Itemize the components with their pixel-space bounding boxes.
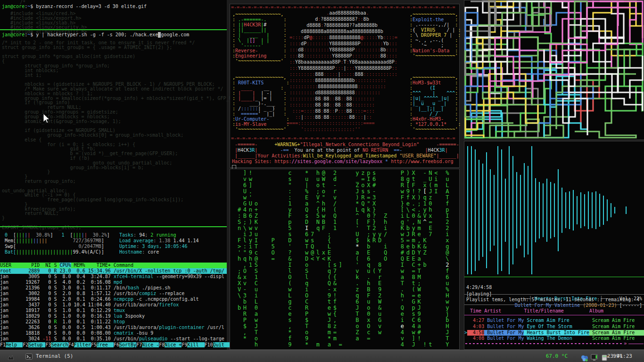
taskbar-window-label: Terminal (5) [36,350,73,362]
playlist-header-underline [464,315,644,315]
visualizer-bar [516,172,517,248]
table-row[interactable]: jan 19267 0 S 4.0 0.2 0:16.08 mpd [0,280,227,285]
htop-header-row[interactable]: USER PID NI S CPU% MEM% TIME+ Command [0,263,227,268]
visualizer-bar [580,192,581,228]
htop-function-keys[interactable]: F1Help F2Setup F3SearchF4FilterF5Tree F6… [0,342,227,348]
visualizer-bar [467,146,468,274]
desktop: /* jan@core:~$ byzanz-record --delay=3 -… [0,0,644,362]
table-row[interactable]: jan 3024 -11 S 0.0 0.1 0:35.10 /usr/bin/… [0,336,227,342]
table-row[interactable]: jan 3437 0 S 1.0 10.4 11:04.40 /usr/lib/… [0,302,227,308]
dashed-border-top: =-=-=-=-=-=-=-=-=-=-=-=-=-=-=-=-=-=-=-=-… [231,5,458,10]
visualizer-bar [584,194,585,226]
visualizer-bar [569,191,570,229]
tmux-split-line-bottom [0,226,227,227]
taskbar: Terminal (5) 67.0 °C 99% 23:41:23 [0,350,644,362]
visualizer-bar [482,164,483,257]
fkey-f8[interactable]: F8Nice + [159,342,182,347]
playlist[interactable]: 4:27 Bullet For My Scream Aim Fire Screa… [464,318,644,342]
pipes-art [464,0,644,139]
tmux-split-line-top [0,29,227,30]
track-artist: Bullet For My Valentine [515,303,580,308]
fkey-f9[interactable]: F9Kill [182,342,204,347]
track-release-date: (2008-01-23) [583,303,617,308]
hackertyper-kernel-code: /* init to 2 - one for init_task, one to… [2,41,246,230]
visualizer-bar [535,178,536,242]
table-row[interactable]: jan 18029 0 S 1.0 0.0 0:16.19 lua 3spook… [0,313,227,319]
playlist-scroll-tail [628,344,644,344]
separator-line [464,294,644,295]
ncmpcpp-window[interactable]: 4:29/4:58 ──┤ Hearts Burst Into Fire ├──… [464,141,644,350]
fkey-f6[interactable]: F6SortBy [114,342,136,347]
playlist-row[interactable]: 4:08 Bullet For My Waking The Demon Scre… [464,336,644,342]
visualizer-bar [577,196,578,224]
visualizer-bar [494,175,495,246]
visualizer-bar [490,169,491,251]
htop-summary: Tasks: 94; 2 runningLoad average: 1.38 1… [119,232,199,255]
player-separator-green [464,277,644,277]
visualizer-bar [505,179,506,242]
network-tray-icon[interactable] [581,353,588,362]
fkey-f10[interactable]: F10Quit [205,342,230,347]
table-row[interactable]: jan 3626 0 S 0.0 0.5 1:00.43 /usr/lib/au… [0,325,227,330]
pipes-window[interactable] [464,0,644,140]
playlist-row[interactable]: 4:03 Bullet For My Eye Of The Storm Scre… [464,324,644,330]
cpu-temperature: 67.0 °C [546,350,568,362]
visualizer-bar [558,169,559,251]
clock[interactable]: 23:41:23 [607,350,642,362]
visualizer-bar [626,206,627,214]
visualizer-bar [554,183,555,237]
ascii-box-rootkits: ,~~~~~~~~~~~~~~~~~,: R00T-KITS :: ____ _… [232,75,289,132]
cmatrix-window[interactable]: ]! c * h@ 2 yzps P)X -N< % vw s u uW d _… [230,169,460,350]
htop-meters: 0 [||||| 30.8%] 1 [||||| 30.2%]Mem[|||||… [5,232,110,255]
display-tray-icon[interactable] [591,353,599,362]
fkey-f7[interactable]: F7Nice - [136,342,159,347]
playlist-column-headers[interactable]: Time Artist Title/Filename Album [464,308,644,314]
visualizer-bar [528,166,528,255]
visualizer-bar [543,183,544,237]
visualizer-bar [486,152,487,268]
playlist-stats: Playlist tems, length: 57 minutes, 11 se… [466,297,643,303]
dashed-border-middle: =-=-=-=-=-=-=-=-=-=-=-=-=-=-=-=-=-=-=-=-… [231,136,458,141]
visualizer-bar [471,146,472,274]
table-row[interactable]: jan 22263 0 R 1.0 0.1 0:11.22 htop [0,319,227,325]
ascii-box-exploit: ,~~~~~~~~~~~~~~~,:Exploit-the :: .------… [410,12,461,58]
playlist-scroll-arrow: » [624,340,627,346]
visualizer-bar [479,160,479,261]
music-visualizer [464,141,644,276]
table-row[interactable]: jan 3005 0 S 8.0 0.4 3:24.87 xfce4-termi… [0,274,227,280]
visualizer-bar [524,163,525,257]
visualizer-bar [475,149,476,271]
fkey-f2[interactable]: F2Setup [23,342,45,347]
table-row[interactable]: root 2889 0 R 23.0 0.6 15:34.96 /usr/bin… [0,268,227,274]
playlist-scroll-dashes [465,343,624,344]
htop-process-table[interactable]: root 2889 0 R 23.0 0.6 15:34.96 /usr/bin… [0,268,227,342]
playlist-row[interactable]: 4:27 Bullet For My Scream Aim Fire Screa… [464,318,644,324]
show-desktop-icon[interactable] [7,353,15,362]
visualizer-bar [592,192,593,228]
playlist-row[interactable]: > 4:58 Bullet For My Hearts Burst Into F… [464,330,644,336]
hacker-ascii-window[interactable]: =-=-=-=-=-=-=-=-=-=-=-=-=-=-=-=-=-=-=-=-… [230,4,460,168]
fkey-f4[interactable]: F4Filter [68,342,91,347]
fkey-f3[interactable]: F3Search [45,342,68,347]
terminal-icon [25,354,33,360]
visualizer-bar [573,190,574,230]
table-row[interactable]: jan 19984 0 S 2.0 0.1 0:24.66 ncmpcpp -c… [0,296,227,302]
matrix-rain-text: ]! c * h@ 2 yzps P)X -N< % vw s u uW d _… [232,170,451,348]
fkey-f5[interactable]: F5Tree [91,342,114,347]
visualizer-bar [512,156,513,264]
taskbar-window-button[interactable]: Terminal (5) [22,350,77,362]
visualizer-bar [561,188,562,233]
table-row[interactable]: jan 3002 0 S 2.0 0.8 1:57.12 /usr/bin/co… [0,291,227,296]
visualizer-bar [546,179,547,242]
visualizer-bar [599,194,600,227]
visualizer-bar [497,146,498,274]
fkey-f1[interactable]: F1Help [0,342,23,347]
table-row[interactable]: jan 18818 0 S 0.0 0.0 0:08.00 cmatrix -b… [0,330,227,336]
table-row[interactable]: jan 21396 0 S 3.0 0.1 0:11.17 /bin/bash … [0,285,227,291]
visualizer-bar [614,207,615,214]
volume-bar[interactable]: [------] [619,303,642,308]
table-row[interactable]: jan 18917 0 S 1.0 0.1 0:12.29 tmux [0,308,227,313]
terminal-window-left[interactable]: /* jan@core:~$ byzanz-record --delay=3 -… [0,0,227,350]
visualizer-bar [588,191,589,229]
ascii-skull-art: .aad8888888baa. d:?88888888888?::8b d888… [287,10,397,132]
